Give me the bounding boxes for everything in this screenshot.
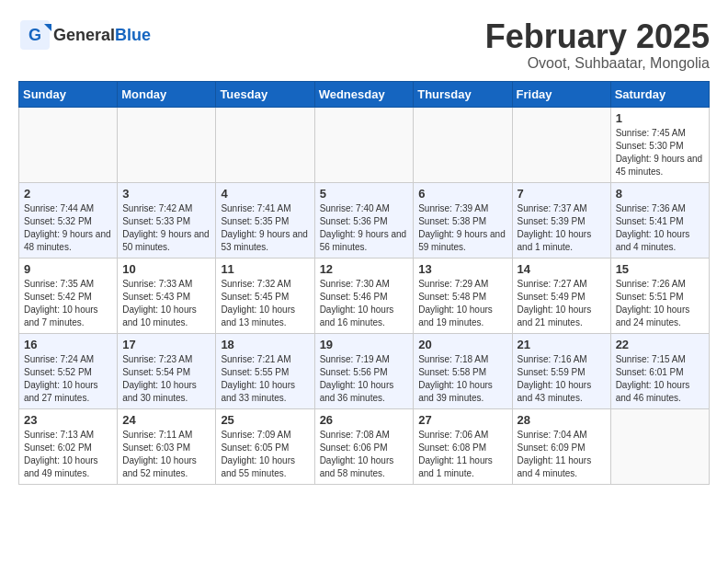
day-info: Sunrise: 7:32 AM Sunset: 5:45 PM Dayligh… xyxy=(221,278,309,329)
calendar-cell xyxy=(512,107,610,182)
calendar-cell: 2Sunrise: 7:44 AM Sunset: 5:32 PM Daylig… xyxy=(19,182,118,258)
day-info: Sunrise: 7:11 AM Sunset: 6:03 PM Dayligh… xyxy=(122,429,210,480)
calendar-cell: 13Sunrise: 7:29 AM Sunset: 5:48 PM Dayli… xyxy=(414,258,512,333)
calendar-cell xyxy=(610,408,709,484)
weekday-header-wednesday: Wednesday xyxy=(314,81,414,107)
calendar-cell: 20Sunrise: 7:18 AM Sunset: 5:58 PM Dayli… xyxy=(414,333,512,408)
day-info: Sunrise: 7:26 AM Sunset: 5:51 PM Dayligh… xyxy=(616,278,704,329)
day-number: 25 xyxy=(221,413,309,427)
weekday-header-friday: Friday xyxy=(512,81,610,107)
calendar-cell: 26Sunrise: 7:08 AM Sunset: 6:06 PM Dayli… xyxy=(314,408,414,484)
day-info: Sunrise: 7:41 AM Sunset: 5:35 PM Dayligh… xyxy=(221,202,309,254)
day-number: 23 xyxy=(24,413,112,427)
day-info: Sunrise: 7:08 AM Sunset: 6:06 PM Dayligh… xyxy=(320,429,409,480)
day-info: Sunrise: 7:19 AM Sunset: 5:56 PM Dayligh… xyxy=(320,353,409,405)
day-number: 24 xyxy=(122,413,210,427)
day-number: 6 xyxy=(418,187,506,201)
calendar-cell: 17Sunrise: 7:23 AM Sunset: 5:54 PM Dayli… xyxy=(118,333,216,408)
day-info: Sunrise: 7:27 AM Sunset: 5:49 PM Dayligh… xyxy=(518,278,606,329)
day-number: 15 xyxy=(616,262,704,276)
weekday-header-tuesday: Tuesday xyxy=(216,81,314,107)
calendar-cell: 10Sunrise: 7:33 AM Sunset: 5:43 PM Dayli… xyxy=(118,258,216,333)
day-number: 26 xyxy=(320,413,409,427)
calendar-cell: 23Sunrise: 7:13 AM Sunset: 6:02 PM Dayli… xyxy=(19,408,118,484)
month-title: February 2025 xyxy=(485,18,710,55)
calendar-cell: 21Sunrise: 7:16 AM Sunset: 5:59 PM Dayli… xyxy=(512,333,610,408)
day-number: 12 xyxy=(320,262,409,276)
logo-general: General xyxy=(53,26,115,44)
day-info: Sunrise: 7:35 AM Sunset: 5:42 PM Dayligh… xyxy=(24,278,112,329)
day-info: Sunrise: 7:36 AM Sunset: 5:41 PM Dayligh… xyxy=(616,202,704,254)
day-info: Sunrise: 7:40 AM Sunset: 5:36 PM Dayligh… xyxy=(320,202,409,254)
day-number: 8 xyxy=(616,187,704,201)
calendar-cell: 25Sunrise: 7:09 AM Sunset: 6:05 PM Dayli… xyxy=(216,408,314,484)
calendar-cell: 12Sunrise: 7:30 AM Sunset: 5:46 PM Dayli… xyxy=(314,258,414,333)
day-number: 4 xyxy=(221,187,309,201)
calendar-cell: 8Sunrise: 7:36 AM Sunset: 5:41 PM Daylig… xyxy=(610,182,709,258)
week-row-1: 1Sunrise: 7:45 AM Sunset: 5:30 PM Daylig… xyxy=(19,107,710,182)
week-row-4: 16Sunrise: 7:24 AM Sunset: 5:52 PM Dayli… xyxy=(19,333,710,408)
calendar-cell: 28Sunrise: 7:04 AM Sunset: 6:09 PM Dayli… xyxy=(512,408,610,484)
weekday-header-monday: Monday xyxy=(118,81,216,107)
week-row-3: 9Sunrise: 7:35 AM Sunset: 5:42 PM Daylig… xyxy=(19,258,710,333)
day-number: 22 xyxy=(616,338,704,351)
day-info: Sunrise: 7:45 AM Sunset: 5:30 PM Dayligh… xyxy=(616,127,704,178)
day-info: Sunrise: 7:18 AM Sunset: 5:58 PM Dayligh… xyxy=(418,353,506,405)
day-info: Sunrise: 7:39 AM Sunset: 5:38 PM Dayligh… xyxy=(418,202,506,254)
day-info: Sunrise: 7:13 AM Sunset: 6:02 PM Dayligh… xyxy=(24,429,112,480)
weekday-header-saturday: Saturday xyxy=(610,81,709,107)
calendar-cell: 24Sunrise: 7:11 AM Sunset: 6:03 PM Dayli… xyxy=(118,408,216,484)
calendar-cell: 3Sunrise: 7:42 AM Sunset: 5:33 PM Daylig… xyxy=(118,182,216,258)
day-info: Sunrise: 7:06 AM Sunset: 6:08 PM Dayligh… xyxy=(418,429,506,480)
page-header: G GeneralBlue February 2025 Ovoot, Suhba… xyxy=(18,18,710,72)
day-info: Sunrise: 7:30 AM Sunset: 5:46 PM Dayligh… xyxy=(320,278,409,329)
day-number: 21 xyxy=(518,338,606,351)
day-number: 27 xyxy=(418,413,506,427)
day-number: 10 xyxy=(122,262,210,276)
calendar-cell xyxy=(19,107,118,182)
calendar-cell: 7Sunrise: 7:37 AM Sunset: 5:39 PM Daylig… xyxy=(512,182,610,258)
location: Ovoot, Suhbaatar, Mongolia xyxy=(485,55,710,72)
day-number: 16 xyxy=(24,338,112,351)
day-number: 13 xyxy=(418,262,506,276)
calendar-cell: 5Sunrise: 7:40 AM Sunset: 5:36 PM Daylig… xyxy=(314,182,414,258)
weekday-header-row: SundayMondayTuesdayWednesdayThursdayFrid… xyxy=(19,81,710,107)
day-info: Sunrise: 7:24 AM Sunset: 5:52 PM Dayligh… xyxy=(24,353,112,405)
day-info: Sunrise: 7:33 AM Sunset: 5:43 PM Dayligh… xyxy=(122,278,210,329)
calendar-cell xyxy=(414,107,512,182)
logo: G GeneralBlue xyxy=(18,18,151,52)
day-info: Sunrise: 7:44 AM Sunset: 5:32 PM Dayligh… xyxy=(24,202,112,254)
calendar-table: SundayMondayTuesdayWednesdayThursdayFrid… xyxy=(18,81,710,485)
day-number: 2 xyxy=(24,187,112,201)
weekday-header-thursday: Thursday xyxy=(414,81,512,107)
day-number: 19 xyxy=(320,338,409,351)
day-info: Sunrise: 7:15 AM Sunset: 6:01 PM Dayligh… xyxy=(616,353,704,405)
day-number: 9 xyxy=(24,262,112,276)
logo-icon: G xyxy=(18,18,51,52)
day-info: Sunrise: 7:16 AM Sunset: 5:59 PM Dayligh… xyxy=(518,353,606,405)
day-info: Sunrise: 7:23 AM Sunset: 5:54 PM Dayligh… xyxy=(122,353,210,405)
logo-blue: Blue xyxy=(115,26,151,44)
calendar-cell: 1Sunrise: 7:45 AM Sunset: 5:30 PM Daylig… xyxy=(610,107,709,182)
calendar-cell xyxy=(314,107,414,182)
day-number: 11 xyxy=(221,262,309,276)
calendar-cell: 27Sunrise: 7:06 AM Sunset: 6:08 PM Dayli… xyxy=(414,408,512,484)
week-row-2: 2Sunrise: 7:44 AM Sunset: 5:32 PM Daylig… xyxy=(19,182,710,258)
calendar-cell xyxy=(216,107,314,182)
calendar-cell: 9Sunrise: 7:35 AM Sunset: 5:42 PM Daylig… xyxy=(19,258,118,333)
svg-text:G: G xyxy=(28,26,41,44)
day-number: 28 xyxy=(518,413,606,427)
day-number: 14 xyxy=(518,262,606,276)
week-row-5: 23Sunrise: 7:13 AM Sunset: 6:02 PM Dayli… xyxy=(19,408,710,484)
day-info: Sunrise: 7:09 AM Sunset: 6:05 PM Dayligh… xyxy=(221,429,309,480)
day-info: Sunrise: 7:04 AM Sunset: 6:09 PM Dayligh… xyxy=(518,429,606,480)
day-number: 20 xyxy=(418,338,506,351)
calendar-cell: 19Sunrise: 7:19 AM Sunset: 5:56 PM Dayli… xyxy=(314,333,414,408)
day-number: 7 xyxy=(518,187,606,201)
day-info: Sunrise: 7:29 AM Sunset: 5:48 PM Dayligh… xyxy=(418,278,506,329)
calendar-cell: 6Sunrise: 7:39 AM Sunset: 5:38 PM Daylig… xyxy=(414,182,512,258)
day-info: Sunrise: 7:21 AM Sunset: 5:55 PM Dayligh… xyxy=(221,353,309,405)
day-number: 18 xyxy=(221,338,309,351)
title-block: February 2025 Ovoot, Suhbaatar, Mongolia xyxy=(485,18,710,72)
day-number: 3 xyxy=(122,187,210,201)
